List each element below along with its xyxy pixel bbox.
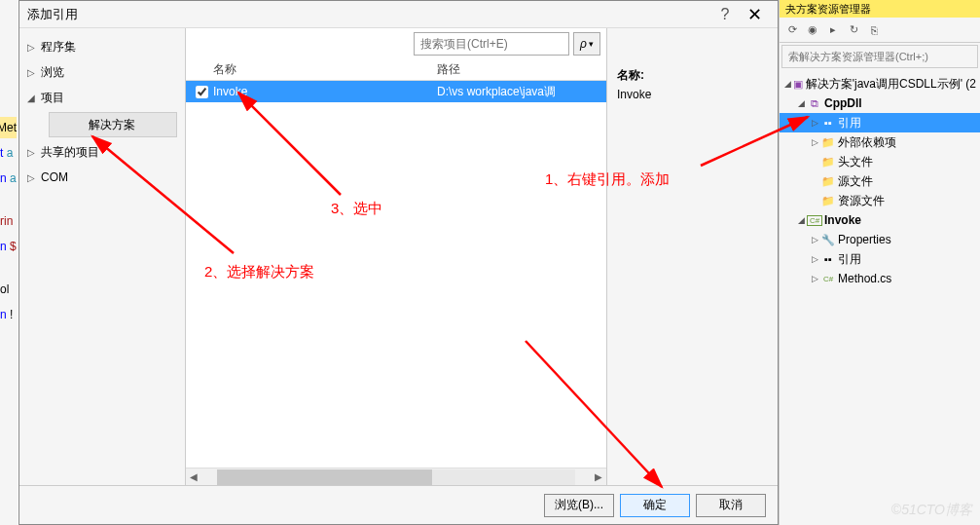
tree-external-deps[interactable]: ▷📁外部依赖项 (780, 132, 980, 152)
wrench-icon: 🔧 (820, 234, 836, 246)
folder-icon: 📁 (820, 156, 836, 169)
browse-button[interactable]: 浏览(B)... (544, 494, 614, 517)
sol-toolbar: ⟳ ◉ ▸ ↻ ⎘ (780, 18, 980, 43)
nav-browse[interactable]: ▷浏览 (19, 59, 185, 85)
references-icon: ▪▪ (820, 253, 836, 265)
dialog-footer: 浏览(B)... 确定 取消 (19, 485, 778, 524)
search-input[interactable] (414, 32, 569, 56)
tree-method-cs[interactable]: ▷C#Method.cs (780, 269, 980, 288)
solution-icon: ▣ (792, 78, 804, 91)
list-item-invoke[interactable]: Invoke D:\vs workplace\java调 (186, 81, 606, 102)
watermark: ©51CTO博客 (891, 502, 972, 519)
details-name-value: Invoke (617, 88, 768, 101)
close-button[interactable]: ✕ (739, 4, 770, 25)
tool-icon[interactable]: ◉ (804, 21, 821, 39)
ok-button[interactable]: 确定 (620, 494, 690, 517)
solution-explorer: 夬方案资源管理器 ⟳ ◉ ▸ ↻ ⎘ ◢▣解决方案'java调用CSDLL示例'… (779, 0, 980, 525)
center-pane: ρ▾ 名称 路径 Invoke D:\vs workplace\java调 ◀ … (185, 28, 607, 485)
sol-title: 夬方案资源管理器 (780, 0, 980, 18)
nav-solution[interactable]: 解决方案 (49, 112, 177, 137)
project-list: Invoke D:\vs workplace\java调 (186, 81, 606, 468)
tree-headers[interactable]: 📁头文件 (780, 152, 980, 171)
chevron-right-icon: ▷ (27, 172, 35, 183)
nav-pane: ▷程序集 ▷浏览 ◢项目 解决方案 ▷共享的项目 ▷COM (19, 28, 185, 485)
tree-sources[interactable]: 📁源文件 (780, 171, 980, 191)
sol-search[interactable] (781, 45, 978, 68)
col-name[interactable]: 名称 (213, 61, 437, 78)
tree-resources[interactable]: 📁资源文件 (780, 191, 980, 210)
invoke-checkbox[interactable] (196, 86, 208, 98)
tool-icon[interactable]: ▸ (824, 21, 842, 39)
tree-properties[interactable]: ▷🔧Properties (780, 230, 980, 249)
nav-shared[interactable]: ▷共享的项目 (19, 139, 185, 165)
col-path[interactable]: 路径 (437, 61, 602, 78)
tree-references[interactable]: ▷▪▪引用 (780, 113, 980, 132)
add-reference-dialog: 添加引用 ? ✕ ▷程序集 ▷浏览 ◢项目 解决方案 ▷共享的项目 ▷COM ρ… (18, 0, 779, 525)
dialog-titlebar: 添加引用 ? ✕ (19, 1, 778, 28)
editor-code: Met t a n a rin n $ ol n ! (0, 117, 17, 325)
help-button[interactable]: ? (711, 6, 739, 23)
tree-cppdll[interactable]: ◢⧉CppDll (780, 94, 980, 113)
tree-solution[interactable]: ◢▣解决方案'java调用CSDLL示例' (2 (780, 74, 980, 94)
details-pane: 名称: Invoke (607, 28, 778, 485)
chevron-down-icon: ◢ (27, 93, 35, 103)
cs-file-icon: C# (820, 275, 836, 283)
references-icon: ▪▪ (820, 117, 836, 129)
search-icon: ρ (580, 37, 587, 51)
nav-com[interactable]: ▷COM (19, 165, 185, 190)
chevron-right-icon: ▷ (27, 42, 35, 53)
solution-tree: ◢▣解决方案'java调用CSDLL示例' (2 ◢⧉CppDll ▷▪▪引用 … (780, 70, 980, 292)
cpp-project-icon: ⧉ (807, 97, 822, 110)
nav-assemblies[interactable]: ▷程序集 (19, 34, 185, 59)
chevron-right-icon: ▷ (27, 67, 35, 78)
details-name-label: 名称: (617, 67, 768, 84)
cs-project-icon: C# (807, 215, 822, 226)
refresh-icon[interactable]: ↻ (845, 21, 862, 39)
tool-icon[interactable]: ⎘ (865, 21, 883, 39)
home-icon[interactable]: ⟳ (783, 21, 801, 39)
column-headers: 名称 路径 (186, 59, 606, 81)
search-dropdown-button[interactable]: ρ▾ (573, 32, 600, 56)
cancel-button[interactable]: 取消 (696, 494, 766, 517)
folder-icon: 📁 (820, 195, 836, 207)
nav-projects[interactable]: ◢项目 (19, 85, 185, 110)
folder-icon: 📁 (820, 175, 836, 188)
chevron-right-icon: ▷ (27, 147, 35, 158)
dialog-title: 添加引用 (27, 6, 711, 23)
folder-icon: 📁 (820, 136, 836, 149)
tree-invoke[interactable]: ◢C#Invoke (780, 210, 980, 230)
sol-search-input[interactable] (782, 46, 977, 67)
h-scrollbar[interactable]: ◀ ▶ (186, 468, 606, 485)
tree-references2[interactable]: ▷▪▪引用 (780, 249, 980, 269)
